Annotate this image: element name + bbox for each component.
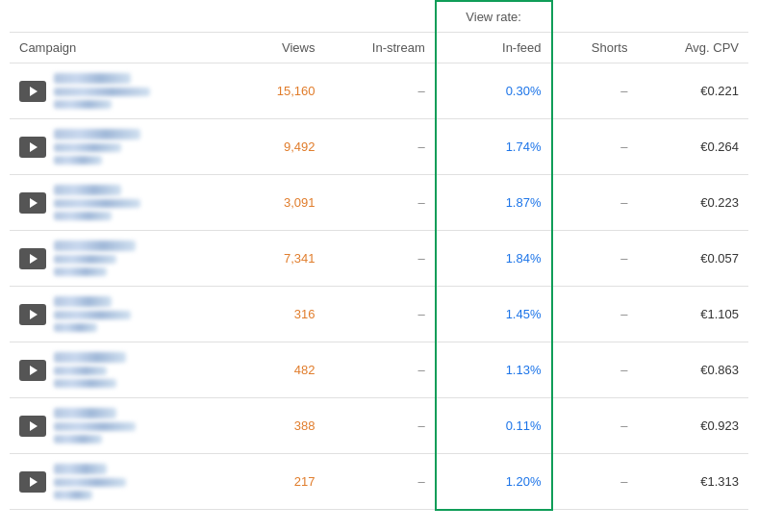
campaign-name-bar: [54, 311, 131, 319]
campaign-name-bar: [54, 367, 107, 375]
shorts-cell: –: [552, 175, 638, 231]
campaign-icon: [19, 471, 46, 493]
campaign-name-bar: [54, 199, 140, 208]
campaign-icon: [19, 137, 46, 158]
table-row: 3,091–1.87%–€0.223: [10, 175, 748, 231]
campaign-col-header: Campaign: [10, 33, 238, 63]
campaign-name-bar: [54, 88, 150, 96]
in-stream-cell: –: [325, 119, 436, 175]
avg-cpv-cell: €1.105: [637, 287, 748, 342]
shorts-cell: –: [552, 287, 638, 342]
campaign-name-bar: [54, 323, 97, 332]
in-stream-cell: –: [325, 398, 436, 454]
in-feed-cell: 0.30%: [436, 63, 552, 119]
campaign-icon: [19, 360, 46, 381]
campaign-name-bar: [54, 156, 102, 165]
campaign-name-bar: [54, 212, 112, 220]
svg-marker-1: [30, 142, 38, 152]
campaign-icon: [19, 416, 46, 437]
views-cell: 217: [238, 454, 325, 510]
campaign-icon: [19, 248, 46, 269]
campaign-name-bar: [54, 129, 140, 139]
campaign-thumb: [19, 185, 228, 220]
campaign-name-block: [54, 408, 136, 443]
table-row: 15,160–0.30%–€0.221: [10, 63, 748, 119]
table-row: 7,341–1.84%–€0.057: [10, 231, 748, 287]
in-stream-cell: –: [325, 231, 436, 287]
avg-cpv-cell: €0.264: [637, 119, 748, 175]
column-header-row: Campaign Views In-stream In-feed Shorts …: [10, 33, 748, 63]
campaign-name-bar: [54, 422, 136, 431]
campaign-icon: [19, 81, 46, 102]
in-feed-cell: 0.11%: [436, 398, 552, 454]
campaign-cell-td: [10, 454, 238, 510]
campaign-name-block: [54, 241, 136, 276]
views-header-empty: [238, 1, 325, 33]
in-stream-cell: –: [325, 287, 436, 342]
views-cell: 7,341: [238, 231, 325, 287]
table-row: 9,492–1.74%–€0.264: [10, 119, 748, 175]
view-rate-header-row: View rate:: [10, 1, 748, 33]
table-container: View rate: Campaign Views In-stream In-f…: [0, 0, 758, 511]
svg-marker-3: [30, 254, 38, 264]
avg-cpv-cell: €1.313: [637, 454, 748, 510]
shorts-cell: –: [552, 454, 638, 510]
campaign-thumb: [19, 241, 228, 276]
shorts-cell: –: [552, 398, 638, 454]
avg-cpv-cell: €0.221: [637, 63, 748, 119]
campaign-table: View rate: Campaign Views In-stream In-f…: [10, 0, 748, 511]
table-row: 316–1.45%–€1.105: [10, 287, 748, 342]
campaign-name-block: [54, 352, 126, 388]
svg-marker-4: [30, 310, 38, 319]
campaign-name-bar: [54, 185, 121, 195]
campaign-thumb: [19, 352, 228, 388]
table-body: 15,160–0.30%–€0.2219,492–1.74%–€0.2643,0…: [10, 63, 748, 510]
view-rate-label: View rate:: [436, 1, 552, 33]
shorts-cell: –: [552, 342, 638, 398]
campaign-cell-td: [10, 119, 238, 175]
in-feed-col-header: In-feed: [436, 33, 552, 63]
avg-cpv-cell: €0.057: [637, 231, 748, 287]
campaign-cell-td: [10, 342, 238, 398]
campaign-cell-td: [10, 63, 238, 119]
campaign-name-block: [54, 73, 150, 109]
shorts-cell: –: [552, 63, 638, 119]
avg-cpv-header-empty: [637, 1, 748, 33]
campaign-thumb: [19, 408, 228, 443]
table-row: 217–1.20%–€1.313: [10, 454, 748, 510]
avg-cpv-col-header: Avg. CPV: [637, 33, 748, 63]
campaign-name-bar: [54, 255, 116, 264]
campaign-name-bar: [54, 296, 112, 307]
campaign-thumb: [19, 296, 228, 332]
in-stream-cell: –: [325, 454, 436, 510]
avg-cpv-cell: €0.223: [637, 175, 748, 231]
campaign-thumb: [19, 73, 228, 109]
in-stream-cell: –: [325, 175, 436, 231]
views-cell: 316: [238, 287, 325, 342]
in-feed-cell: 1.84%: [436, 231, 552, 287]
campaign-name-bar: [54, 464, 107, 474]
campaign-name-bar: [54, 435, 102, 443]
in-feed-cell: 1.74%: [436, 119, 552, 175]
svg-marker-0: [30, 87, 38, 96]
campaign-icon: [19, 192, 46, 214]
views-cell: 482: [238, 342, 325, 398]
campaign-header-empty: [10, 1, 238, 33]
campaign-thumb: [19, 464, 228, 499]
shorts-col-header: Shorts: [552, 33, 638, 63]
shorts-header-empty: [552, 1, 638, 33]
campaign-icon: [19, 304, 46, 325]
campaign-name-block: [54, 296, 131, 332]
svg-marker-5: [30, 366, 38, 375]
shorts-cell: –: [552, 231, 638, 287]
in-stream-col-header: In-stream: [325, 33, 436, 63]
campaign-name-bar: [54, 143, 121, 152]
in-stream-cell: –: [325, 342, 436, 398]
in-stream-cell: –: [325, 63, 436, 119]
views-cell: 388: [238, 398, 325, 454]
campaign-name-bar: [54, 408, 116, 418]
campaign-name-block: [54, 185, 140, 220]
campaign-name-bar: [54, 478, 126, 487]
in-feed-cell: 1.45%: [436, 287, 552, 342]
campaign-name-bar: [54, 100, 112, 109]
